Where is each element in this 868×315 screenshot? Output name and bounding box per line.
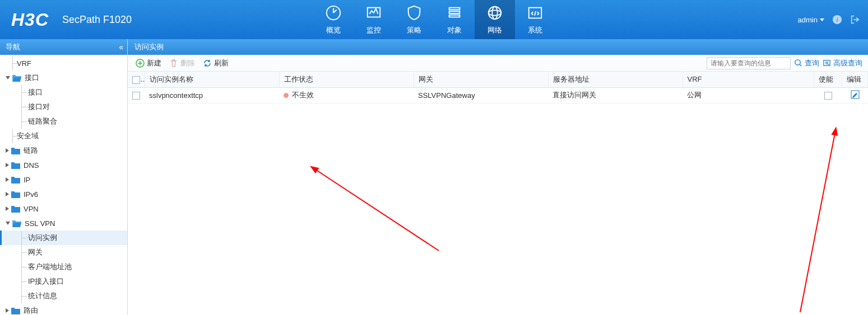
status-dot-icon <box>284 93 289 98</box>
nav-item-shield[interactable]: 策略 <box>394 0 434 39</box>
tree-item-3[interactable]: 接口对 <box>0 100 127 114</box>
cell-status: 不生效 <box>279 87 414 103</box>
tree-label: SSL VPN <box>25 219 55 228</box>
tree-item-8[interactable]: IP <box>0 172 127 187</box>
nav-item-stack[interactable]: 对象 <box>434 0 475 39</box>
svg-point-7 <box>492 6 497 19</box>
delete-button[interactable]: 删除 <box>167 58 197 68</box>
tree-label: 安全域 <box>17 131 39 141</box>
top-banner: H3C SecPath F1020 概览监控策略对象网络系统 admin i <box>0 0 868 39</box>
tree-label: IP <box>24 176 30 184</box>
cell-name: sslvpncontexttcp <box>145 87 279 103</box>
nav-item-globe[interactable]: 网络 <box>475 0 515 39</box>
col-edit[interactable]: 编辑 <box>842 72 868 87</box>
shield-icon <box>406 4 423 23</box>
tree-item-2[interactable]: 接口 <box>0 85 127 100</box>
col-name[interactable]: 访问实例名称 <box>145 72 279 87</box>
nav-label: 监控 <box>366 25 381 35</box>
refresh-icon <box>203 59 212 68</box>
table-header: 访问实例名称 工作状态 网关 服务器地址 VRF 使能 编辑 <box>128 72 868 87</box>
toggle-icon <box>6 148 9 153</box>
row-checkbox[interactable] <box>132 92 140 100</box>
cell-server: 直接访问网关 <box>548 87 683 103</box>
gauge-icon <box>325 4 342 23</box>
col-gateway[interactable]: 网关 <box>414 72 548 87</box>
tree-item-16[interactable]: 统计信息 <box>0 289 127 303</box>
svg-point-6 <box>488 10 501 15</box>
sidebar-collapse-button[interactable]: « <box>119 43 122 51</box>
tree-label: 访问实例 <box>28 233 57 243</box>
content-title: 访问实例 <box>134 42 164 52</box>
tree-item-15[interactable]: IP接入接口 <box>0 274 127 289</box>
col-vrf[interactable]: VRF <box>683 72 814 87</box>
col-server[interactable]: 服务器地址 <box>548 72 683 87</box>
tree-item-7[interactable]: DNS <box>0 158 127 172</box>
new-button[interactable]: 新建 <box>133 58 164 68</box>
logo-block: H3C SecPath F1020 <box>0 10 132 30</box>
cell-gateway: SSLVPNGateway <box>414 87 548 103</box>
table-row[interactable]: sslvpncontexttcp不生效SSLVPNGateway直接访问网关公网 <box>128 87 868 103</box>
toggle-icon <box>6 206 9 211</box>
enable-checkbox[interactable] <box>824 92 832 100</box>
sidebar-title: 导航 <box>6 42 20 52</box>
tree-label: DNS <box>24 161 39 170</box>
tree-item-10[interactable]: VPN <box>0 201 127 216</box>
code-icon <box>527 4 544 23</box>
tree-item-5[interactable]: 安全域 <box>0 129 127 143</box>
search-input[interactable] <box>707 57 791 69</box>
tree-item-9[interactable]: IPv6 <box>0 187 127 201</box>
tree-label: IPv6 <box>24 190 38 199</box>
chevron-down-icon <box>820 18 824 21</box>
tree-label: VPN <box>24 205 39 213</box>
stack-icon <box>446 4 463 23</box>
data-grid: 访问实例名称 工作状态 网关 服务器地址 VRF 使能 编辑 sslvpncon… <box>128 72 868 315</box>
tree-item-4[interactable]: 链路聚合 <box>0 114 127 129</box>
device-model: SecPath F1020 <box>62 14 132 26</box>
toggle-icon <box>6 222 10 225</box>
nav-label: 网络 <box>488 25 502 35</box>
tree-label: 统计信息 <box>28 291 57 301</box>
query-button[interactable]: 查询 <box>794 58 819 68</box>
svg-rect-2 <box>449 7 459 10</box>
advanced-query-button[interactable]: 高级查询 <box>823 58 862 68</box>
nav-item-code[interactable]: 系统 <box>515 0 555 39</box>
svg-point-14 <box>826 62 828 64</box>
info-icon[interactable]: i <box>832 15 842 25</box>
content-title-bar: 访问实例 <box>128 39 868 55</box>
edit-icon[interactable] <box>851 90 860 99</box>
tree-label: 接口 <box>28 87 43 97</box>
nav-label: 系统 <box>528 25 542 35</box>
cell-vrf: 公网 <box>683 87 814 103</box>
tree-label: IP接入接口 <box>28 276 64 286</box>
refresh-button[interactable]: 刷新 <box>201 58 231 68</box>
tree-label: 路由 <box>24 305 38 315</box>
svg-rect-4 <box>449 15 459 17</box>
tree-item-13[interactable]: 网关 <box>0 245 127 260</box>
tree-item-17[interactable]: 路由 <box>0 303 127 315</box>
table-body: sslvpncontexttcp不生效SSLVPNGateway直接访问网关公网 <box>128 87 868 103</box>
svg-point-12 <box>795 60 800 65</box>
col-enable[interactable]: 使能 <box>814 72 842 87</box>
select-all-checkbox[interactable] <box>132 76 140 84</box>
nav-item-gauge[interactable]: 概览 <box>313 0 354 39</box>
logout-icon[interactable] <box>850 15 860 25</box>
tree-item-11[interactable]: SSL VPN <box>0 216 127 231</box>
tree-item-6[interactable]: 链路 <box>0 143 127 158</box>
top-nav: 概览监控策略对象网络系统 <box>313 0 555 39</box>
tree-item-0[interactable]: VRF <box>0 56 127 70</box>
user-name: admin <box>798 16 818 24</box>
tree-label: VRF <box>17 59 31 68</box>
brand-logo: H3C <box>11 10 49 30</box>
nav-label: 策略 <box>407 25 421 35</box>
tree-item-1[interactable]: 接口 <box>0 70 127 85</box>
toggle-icon <box>6 192 9 196</box>
main-panel: 访问实例 新建 删除 刷新 查询 高级查询 <box>128 39 868 315</box>
tree-label: 接口对 <box>28 102 50 112</box>
globe-icon <box>486 4 503 23</box>
nav-item-monitor[interactable]: 监控 <box>354 0 394 39</box>
toggle-icon <box>6 177 9 182</box>
tree-item-14[interactable]: 客户端地址池 <box>0 260 127 274</box>
tree-item-12[interactable]: 访问实例 <box>0 231 127 245</box>
user-menu[interactable]: admin <box>798 16 824 24</box>
col-status[interactable]: 工作状态 <box>279 72 414 87</box>
